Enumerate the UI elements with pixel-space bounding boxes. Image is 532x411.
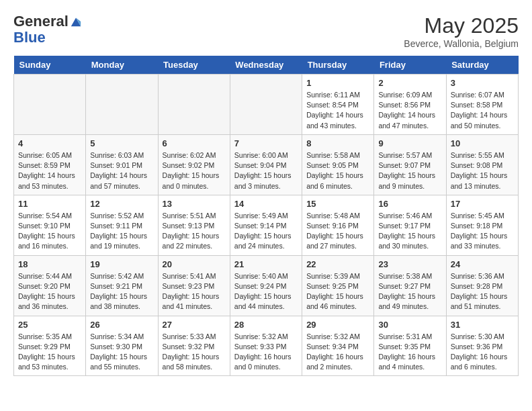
week-row-1: 1Sunrise: 6:11 AM Sunset: 8:54 PM Daylig…	[14, 75, 519, 135]
day-number: 25	[18, 320, 81, 330]
day-info: Sunrise: 5:48 AM Sunset: 9:16 PM Dayligh…	[306, 211, 369, 252]
calendar-cell: 26Sunrise: 5:34 AM Sunset: 9:30 PM Dayli…	[86, 316, 158, 376]
day-info: Sunrise: 5:38 AM Sunset: 9:27 PM Dayligh…	[378, 271, 441, 312]
day-number: 2	[378, 78, 441, 88]
day-number: 8	[306, 138, 369, 148]
calendar-cell: 18Sunrise: 5:44 AM Sunset: 9:20 PM Dayli…	[14, 255, 86, 316]
day-number: 24	[451, 259, 514, 269]
day-info: Sunrise: 5:54 AM Sunset: 9:10 PM Dayligh…	[18, 211, 81, 252]
day-info: Sunrise: 5:36 AM Sunset: 9:28 PM Dayligh…	[451, 271, 514, 312]
calendar-cell	[86, 75, 158, 135]
day-number: 12	[90, 199, 153, 209]
day-number: 4	[18, 138, 81, 148]
day-number: 11	[18, 199, 81, 209]
page-header: General Blue May 2025 Beverce, Wallonia,…	[13, 13, 519, 49]
day-number: 1	[306, 78, 369, 88]
day-info: Sunrise: 6:07 AM Sunset: 8:58 PM Dayligh…	[451, 90, 514, 131]
day-number: 20	[163, 259, 226, 269]
week-row-5: 25Sunrise: 5:35 AM Sunset: 9:29 PM Dayli…	[14, 316, 519, 376]
calendar-cell: 13Sunrise: 5:51 AM Sunset: 9:13 PM Dayli…	[158, 195, 230, 255]
calendar-cell: 6Sunrise: 6:02 AM Sunset: 9:02 PM Daylig…	[158, 134, 230, 195]
calendar-cell: 7Sunrise: 6:00 AM Sunset: 9:04 PM Daylig…	[230, 134, 302, 195]
calendar-cell: 4Sunrise: 6:05 AM Sunset: 8:59 PM Daylig…	[14, 134, 86, 195]
day-info: Sunrise: 5:30 AM Sunset: 9:36 PM Dayligh…	[451, 332, 514, 373]
day-info: Sunrise: 6:09 AM Sunset: 8:56 PM Dayligh…	[378, 90, 441, 131]
calendar-cell	[14, 75, 86, 135]
calendar-cell: 15Sunrise: 5:48 AM Sunset: 9:16 PM Dayli…	[302, 195, 374, 255]
day-number: 13	[163, 199, 226, 209]
day-info: Sunrise: 5:46 AM Sunset: 9:17 PM Dayligh…	[378, 211, 441, 252]
calendar-cell: 30Sunrise: 5:31 AM Sunset: 9:35 PM Dayli…	[374, 316, 446, 376]
day-info: Sunrise: 6:11 AM Sunset: 8:54 PM Dayligh…	[306, 90, 369, 131]
day-number: 5	[90, 138, 153, 148]
calendar-cell: 17Sunrise: 5:45 AM Sunset: 9:18 PM Dayli…	[446, 195, 518, 255]
day-info: Sunrise: 5:58 AM Sunset: 9:05 PM Dayligh…	[306, 150, 369, 191]
day-number: 21	[234, 259, 298, 269]
day-info: Sunrise: 5:32 AM Sunset: 9:34 PM Dayligh…	[306, 332, 369, 373]
calendar-cell: 31Sunrise: 5:30 AM Sunset: 9:36 PM Dayli…	[446, 316, 518, 376]
logo-blue: Blue	[13, 29, 46, 46]
day-number: 29	[306, 320, 369, 330]
day-number: 23	[378, 259, 441, 269]
day-info: Sunrise: 5:33 AM Sunset: 9:32 PM Dayligh…	[163, 332, 226, 373]
day-number: 28	[234, 320, 298, 330]
calendar-cell: 28Sunrise: 5:32 AM Sunset: 9:33 PM Dayli…	[230, 316, 302, 376]
day-info: Sunrise: 5:41 AM Sunset: 9:23 PM Dayligh…	[163, 271, 226, 312]
day-info: Sunrise: 5:49 AM Sunset: 9:14 PM Dayligh…	[234, 211, 298, 252]
day-number: 17	[451, 199, 514, 209]
weekday-wednesday: Wednesday	[230, 56, 302, 75]
calendar-cell: 11Sunrise: 5:54 AM Sunset: 9:10 PM Dayli…	[14, 195, 86, 255]
day-info: Sunrise: 5:52 AM Sunset: 9:11 PM Dayligh…	[90, 211, 153, 252]
calendar-cell: 12Sunrise: 5:52 AM Sunset: 9:11 PM Dayli…	[86, 195, 158, 255]
calendar-cell	[230, 75, 302, 135]
calendar-cell: 19Sunrise: 5:42 AM Sunset: 9:21 PM Dayli…	[86, 255, 158, 316]
title-block: May 2025 Beverce, Wallonia, Belgium	[404, 13, 519, 49]
day-info: Sunrise: 6:03 AM Sunset: 9:01 PM Dayligh…	[90, 150, 153, 191]
month-title: May 2025	[404, 13, 519, 38]
day-number: 15	[306, 199, 369, 209]
calendar-cell: 14Sunrise: 5:49 AM Sunset: 9:14 PM Dayli…	[230, 195, 302, 255]
day-number: 9	[378, 138, 441, 148]
calendar-cell: 24Sunrise: 5:36 AM Sunset: 9:28 PM Dayli…	[446, 255, 518, 316]
day-info: Sunrise: 6:02 AM Sunset: 9:02 PM Dayligh…	[163, 150, 226, 191]
day-number: 30	[378, 320, 441, 330]
calendar-cell: 25Sunrise: 5:35 AM Sunset: 9:29 PM Dayli…	[14, 316, 86, 376]
calendar-cell: 2Sunrise: 6:09 AM Sunset: 8:56 PM Daylig…	[374, 75, 446, 135]
calendar-cell: 3Sunrise: 6:07 AM Sunset: 8:58 PM Daylig…	[446, 75, 518, 135]
calendar-cell: 8Sunrise: 5:58 AM Sunset: 9:05 PM Daylig…	[302, 134, 374, 195]
day-info: Sunrise: 5:39 AM Sunset: 9:25 PM Dayligh…	[306, 271, 369, 312]
calendar-cell: 1Sunrise: 6:11 AM Sunset: 8:54 PM Daylig…	[302, 75, 374, 135]
weekday-saturday: Saturday	[446, 56, 518, 75]
day-number: 22	[306, 259, 369, 269]
day-info: Sunrise: 5:35 AM Sunset: 9:29 PM Dayligh…	[18, 332, 81, 373]
day-info: Sunrise: 6:05 AM Sunset: 8:59 PM Dayligh…	[18, 150, 81, 191]
week-row-4: 18Sunrise: 5:44 AM Sunset: 9:20 PM Dayli…	[14, 255, 519, 316]
calendar-cell: 9Sunrise: 5:57 AM Sunset: 9:07 PM Daylig…	[374, 134, 446, 195]
day-number: 10	[451, 138, 514, 148]
weekday-tuesday: Tuesday	[158, 56, 230, 75]
calendar-cell: 5Sunrise: 6:03 AM Sunset: 9:01 PM Daylig…	[86, 134, 158, 195]
day-number: 7	[234, 138, 298, 148]
day-info: Sunrise: 5:51 AM Sunset: 9:13 PM Dayligh…	[163, 211, 226, 252]
day-info: Sunrise: 5:34 AM Sunset: 9:30 PM Dayligh…	[90, 332, 153, 373]
week-row-2: 4Sunrise: 6:05 AM Sunset: 8:59 PM Daylig…	[14, 134, 519, 195]
day-info: Sunrise: 5:57 AM Sunset: 9:07 PM Dayligh…	[378, 150, 441, 191]
day-info: Sunrise: 5:45 AM Sunset: 9:18 PM Dayligh…	[451, 211, 514, 252]
location: Beverce, Wallonia, Belgium	[404, 38, 519, 49]
day-info: Sunrise: 5:42 AM Sunset: 9:21 PM Dayligh…	[90, 271, 153, 312]
day-info: Sunrise: 5:31 AM Sunset: 9:35 PM Dayligh…	[378, 332, 441, 373]
day-info: Sunrise: 5:55 AM Sunset: 9:08 PM Dayligh…	[451, 150, 514, 191]
calendar-cell: 29Sunrise: 5:32 AM Sunset: 9:34 PM Dayli…	[302, 316, 374, 376]
day-number: 27	[163, 320, 226, 330]
day-number: 18	[18, 259, 81, 269]
day-number: 31	[451, 320, 514, 330]
week-row-3: 11Sunrise: 5:54 AM Sunset: 9:10 PM Dayli…	[14, 195, 519, 255]
day-info: Sunrise: 5:44 AM Sunset: 9:20 PM Dayligh…	[18, 271, 81, 312]
calendar-cell: 10Sunrise: 5:55 AM Sunset: 9:08 PM Dayli…	[446, 134, 518, 195]
calendar-cell: 16Sunrise: 5:46 AM Sunset: 9:17 PM Dayli…	[374, 195, 446, 255]
day-number: 3	[451, 78, 514, 88]
calendar-cell: 20Sunrise: 5:41 AM Sunset: 9:23 PM Dayli…	[158, 255, 230, 316]
weekday-sunday: Sunday	[14, 56, 86, 75]
weekday-monday: Monday	[86, 56, 158, 75]
weekday-thursday: Thursday	[302, 56, 374, 75]
